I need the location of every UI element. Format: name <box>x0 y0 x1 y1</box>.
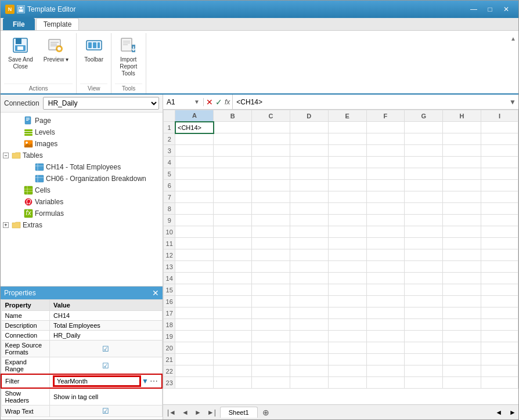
cell-A2[interactable] <box>175 133 214 145</box>
cell-D8[interactable] <box>290 203 328 215</box>
cell-H18[interactable] <box>443 319 481 331</box>
cell-E14[interactable] <box>328 273 366 284</box>
cell-ref-dropdown[interactable]: ▼ <box>194 99 200 105</box>
sheet-nav-prev[interactable]: ◄ <box>180 408 190 417</box>
cell-E4[interactable] <box>328 157 366 168</box>
prop-wraptext-value[interactable]: ☑ <box>50 405 162 417</box>
cell-C2[interactable] <box>252 133 290 145</box>
cell-C14[interactable] <box>252 273 290 284</box>
cell-C22[interactable] <box>252 365 290 377</box>
cell-C21[interactable] <box>252 354 290 365</box>
scroll-nav-left[interactable]: ◄ <box>495 408 502 417</box>
cell-E16[interactable] <box>328 296 366 307</box>
cell-C13[interactable] <box>252 261 290 273</box>
tree-item-ch14[interactable]: CH14 - Total Employees <box>1 161 163 173</box>
cell-E9[interactable] <box>328 215 366 226</box>
cell-I12[interactable] <box>481 249 518 261</box>
cell-B4[interactable] <box>214 157 252 168</box>
cell-D5[interactable] <box>290 168 328 180</box>
cell-G21[interactable] <box>405 354 443 365</box>
cell-C23[interactable] <box>252 377 290 389</box>
cell-E5[interactable] <box>328 168 366 180</box>
cell-H12[interactable] <box>443 249 481 261</box>
cell-H11[interactable] <box>443 238 481 249</box>
cell-A17[interactable] <box>175 307 214 319</box>
cell-F14[interactable] <box>366 273 405 284</box>
cell-I2[interactable] <box>481 133 518 145</box>
cell-G17[interactable] <box>405 307 443 319</box>
save-close-button[interactable]: Save AndClose <box>4 33 37 73</box>
scroll-nav-right[interactable]: ► <box>509 408 516 417</box>
cell-G13[interactable] <box>405 261 443 273</box>
cell-G22[interactable] <box>405 365 443 377</box>
cell-G8[interactable] <box>405 203 443 215</box>
cell-F10[interactable] <box>366 226 405 238</box>
cell-I19[interactable] <box>481 331 518 342</box>
cell-I13[interactable] <box>481 261 518 273</box>
cell-E12[interactable] <box>328 249 366 261</box>
cell-G23[interactable] <box>405 377 443 389</box>
cell-I23[interactable] <box>481 377 518 389</box>
cell-F18[interactable] <box>366 319 405 331</box>
cell-I11[interactable] <box>481 238 518 249</box>
cell-F16[interactable] <box>366 296 405 307</box>
cell-D7[interactable] <box>290 191 328 203</box>
cell-B15[interactable] <box>214 284 252 296</box>
cell-D19[interactable] <box>290 331 328 342</box>
cell-F2[interactable] <box>366 133 405 145</box>
cell-H5[interactable] <box>443 168 481 180</box>
cell-H19[interactable] <box>443 331 481 342</box>
cell-D1[interactable] <box>290 122 328 133</box>
cell-G9[interactable] <box>405 215 443 226</box>
tree-item-extras[interactable]: + Extras <box>1 219 163 231</box>
cell-B1[interactable] <box>214 122 252 133</box>
cell-F13[interactable] <box>366 261 405 273</box>
tables-collapse-btn[interactable]: − <box>3 153 9 158</box>
cell-D17[interactable] <box>290 307 328 319</box>
cell-A1[interactable]: <CH14> <box>175 122 214 133</box>
cell-C18[interactable] <box>252 319 290 331</box>
cell-E15[interactable] <box>328 284 366 296</box>
cell-A16[interactable] <box>175 296 214 307</box>
cell-A10[interactable] <box>175 226 214 238</box>
cell-H21[interactable] <box>443 354 481 365</box>
tree-item-images[interactable]: Images <box>1 138 163 150</box>
cell-F11[interactable] <box>366 238 405 249</box>
cell-E23[interactable] <box>328 377 366 389</box>
cell-F17[interactable] <box>366 307 405 319</box>
cell-G1[interactable] <box>405 122 443 133</box>
cell-H15[interactable] <box>443 284 481 296</box>
cell-D3[interactable] <box>290 145 328 157</box>
import-report-button[interactable]: ImportReportTools <box>115 33 142 80</box>
cell-H9[interactable] <box>443 215 481 226</box>
cell-D18[interactable] <box>290 319 328 331</box>
col-header-C[interactable]: C <box>252 110 290 122</box>
cell-E11[interactable] <box>328 238 366 249</box>
tree-item-tables[interactable]: − Tables <box>1 150 163 161</box>
cell-B14[interactable] <box>214 273 252 284</box>
cell-A8[interactable] <box>175 203 214 215</box>
cell-A23[interactable] <box>175 377 214 389</box>
cell-B7[interactable] <box>214 191 252 203</box>
cell-H13[interactable] <box>443 261 481 273</box>
cell-D11[interactable] <box>290 238 328 249</box>
cell-B18[interactable] <box>214 319 252 331</box>
sheet-nav-next[interactable]: ► <box>193 408 203 417</box>
cell-G15[interactable] <box>405 284 443 296</box>
cell-H20[interactable] <box>443 342 481 354</box>
cell-H2[interactable] <box>443 133 481 145</box>
cell-I17[interactable] <box>481 307 518 319</box>
cell-B2[interactable] <box>214 133 252 145</box>
sheet-tab-sheet1[interactable]: Sheet1 <box>220 407 258 418</box>
cell-D23[interactable] <box>290 377 328 389</box>
cell-C19[interactable] <box>252 331 290 342</box>
col-header-E[interactable]: E <box>328 110 366 122</box>
cell-I3[interactable] <box>481 145 518 157</box>
cell-F8[interactable] <box>366 203 405 215</box>
cell-H7[interactable] <box>443 191 481 203</box>
col-header-B[interactable]: B <box>214 110 252 122</box>
tree-item-ch06[interactable]: CH06 - Organization Breakdown <box>1 173 163 184</box>
cell-E18[interactable] <box>328 319 366 331</box>
cell-C9[interactable] <box>252 215 290 226</box>
cell-B17[interactable] <box>214 307 252 319</box>
